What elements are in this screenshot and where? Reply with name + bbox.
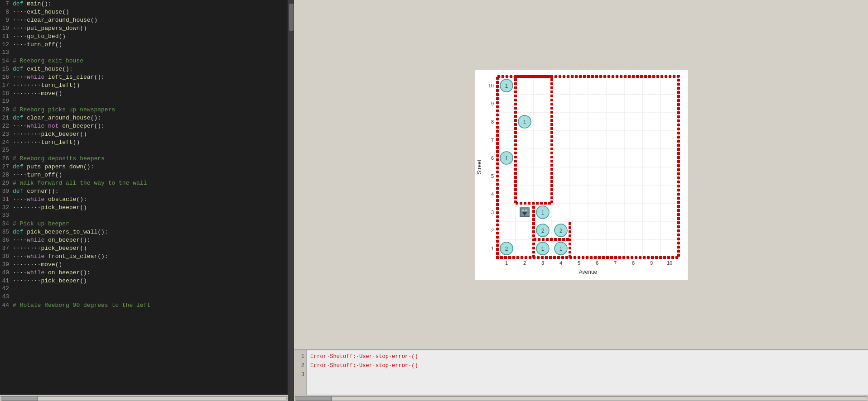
code-line-33: 33: [0, 212, 288, 220]
code-line-30: 30def corner():: [0, 187, 288, 196]
code-text: (): [62, 9, 69, 15]
code-line-35: 35def pick_beepers_to_wall():: [0, 228, 288, 236]
line-content: ····while left_is_clear():: [13, 73, 105, 81]
code-vscrollbar-thumb[interactable]: [289, 4, 294, 31]
svg-text:10: 10: [666, 260, 672, 266]
bottom-scrollbar-thumb-right[interactable]: [295, 396, 332, 401]
line-number: 42: [0, 285, 13, 292]
output-error-3: [310, 370, 864, 379]
main-container: 7def main():8····exit_house()9····clear_…: [0, 0, 868, 401]
bottom-scrollbar-thumb-code[interactable]: [1, 396, 38, 401]
bottom-scrollbar-right[interactable]: [294, 395, 868, 401]
line-number: 15: [0, 66, 13, 72]
svg-text:7: 7: [491, 137, 493, 143]
function-name: go_to_bed: [27, 33, 58, 40]
keyword-def: def: [13, 0, 23, 7]
function-name: clear_around_house: [27, 115, 90, 121]
code-text: [44, 237, 48, 243]
function-name: turn_left: [41, 139, 72, 146]
code-text: [44, 196, 48, 203]
line-number: 40: [0, 269, 13, 276]
function-name: front_is_clear: [48, 253, 97, 260]
code-text: (): [58, 33, 66, 40]
output-error-2: Error·Shutoff:·User·stop·error·(): [310, 361, 864, 370]
code-text: ():: [80, 237, 90, 243]
line-number: 12: [0, 41, 13, 48]
code-editor[interactable]: 7def main():8····exit_house()9····clear_…: [0, 0, 288, 401]
code-text: [44, 123, 48, 129]
code-text: ():: [91, 115, 101, 121]
line-content: ········turn_left(): [13, 138, 80, 147]
line-content: # Rotate Reeborg 90 degrees to the left: [13, 301, 150, 310]
svg-text:3: 3: [541, 260, 544, 266]
line-content: ········pick_beeper(): [13, 130, 87, 138]
line-content: ····go_to_bed(): [13, 33, 66, 41]
line-number: 17: [0, 82, 13, 89]
function-name: pick_beepers_to_wall: [27, 229, 97, 235]
code-text: ········: [13, 90, 41, 97]
code-text: (): [80, 204, 87, 211]
function-name: left_is_clear: [48, 74, 94, 81]
code-line-39: 39········move(): [0, 261, 288, 269]
function-name: pick_beeper: [41, 245, 80, 252]
function-name: pick_beeper: [41, 204, 80, 211]
world-svg: 1111222111234567891012345678910StreetAve…: [475, 70, 688, 280]
code-text: (): [80, 25, 87, 32]
code-line-24: 24········turn_left(): [0, 138, 288, 147]
bottom-scrollbar-track-code[interactable]: [1, 396, 287, 401]
line-number: 32: [0, 204, 13, 211]
line-content: ····while obstacle():: [13, 196, 87, 204]
code-scroll-area[interactable]: 7def main():8····exit_house()9····clear_…: [0, 0, 288, 401]
line-content: def pick_beepers_to_wall():: [13, 228, 108, 236]
line-content: ········move(): [13, 261, 62, 269]
line-number: 25: [0, 147, 13, 153]
keyword-while: while: [27, 123, 44, 129]
line-number: 30: [0, 188, 13, 195]
line-content: ····while not on_beeper():: [13, 122, 105, 130]
bottom-scrollbar-track-right[interactable]: [295, 396, 867, 401]
svg-text:9: 9: [650, 260, 652, 266]
function-name: exit_house: [27, 66, 62, 72]
function-name: on_beeper: [48, 237, 80, 243]
line-number: 29: [0, 180, 13, 186]
code-text: (): [73, 82, 80, 89]
code-line-18: 18········move(): [0, 90, 288, 98]
svg-text:2: 2: [505, 246, 508, 252]
code-text: ········: [13, 245, 41, 252]
line-content: def corner():: [13, 187, 58, 196]
code-vscrollbar[interactable]: [288, 0, 294, 401]
svg-text:5: 5: [491, 173, 493, 179]
code-line-17: 17········turn_left(): [0, 81, 288, 90]
output-line-num-2: 2: [294, 361, 306, 370]
keyword-def: def: [13, 115, 23, 121]
line-content: def clear_around_house():: [13, 114, 101, 122]
function-name: turn_left: [41, 82, 72, 89]
svg-rect-52: [525, 210, 527, 211]
bottom-scrollbar-code[interactable]: [0, 395, 288, 401]
code-text: [44, 253, 48, 260]
line-number: 38: [0, 253, 13, 260]
code-line-28: 28····turn_off(): [0, 171, 288, 179]
keyword-while: while: [27, 269, 44, 276]
code-text: ····: [13, 253, 27, 260]
keyword-def: def: [13, 229, 23, 235]
output-content[interactable]: Error·Shutoff:·User·stop·error·() Error·…: [307, 350, 868, 395]
line-number: 43: [0, 293, 13, 300]
code-text: (): [55, 41, 63, 48]
svg-text:7: 7: [613, 260, 616, 266]
comment: # Walk forward all the way to the wall: [13, 180, 147, 186]
function-name: pick_beeper: [41, 277, 80, 284]
code-line-31: 31····while obstacle():: [0, 196, 288, 204]
keyword-while: while: [27, 196, 44, 203]
code-text: ····: [13, 123, 27, 129]
code-text: (): [80, 245, 87, 252]
svg-text:9: 9: [491, 101, 493, 106]
right-panel: 1111222111234567891012345678910StreetAve…: [294, 0, 868, 401]
line-content: ········move(): [13, 90, 62, 98]
keyword-not: not: [48, 123, 58, 129]
function-name: put_papers_down: [27, 25, 80, 32]
code-text: ····: [13, 9, 27, 15]
line-number: 22: [0, 123, 13, 129]
code-text: (): [80, 277, 87, 284]
code-line-10: 10····put_papers_down(): [0, 24, 288, 33]
